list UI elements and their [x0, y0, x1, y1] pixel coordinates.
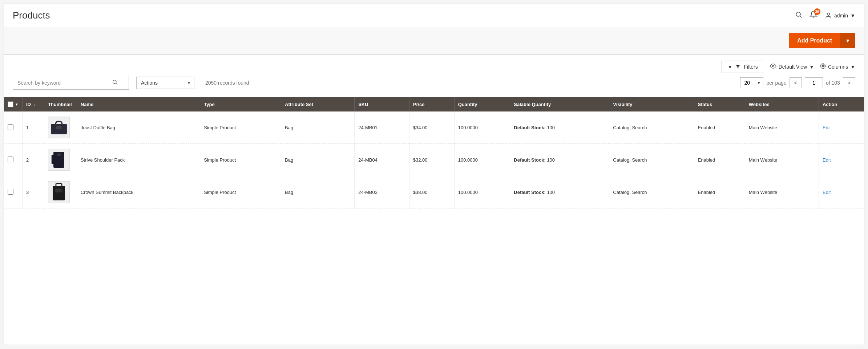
svg-rect-8	[51, 124, 67, 134]
th-salable-quantity: Salable Quantity	[510, 97, 609, 111]
row-checkbox-0[interactable]	[8, 124, 13, 130]
th-quantity: Quantity	[454, 97, 510, 111]
cell-visibility-0: Catalog, Search	[609, 111, 694, 144]
cell-status-1: Enabled	[694, 144, 745, 176]
cell-websites-0: Main Website	[745, 111, 819, 144]
th-attribute-set: Attribute Set	[281, 97, 355, 111]
col-type-label: Type	[204, 102, 214, 107]
svg-point-4	[772, 65, 774, 67]
th-visibility: Visibility	[609, 97, 694, 111]
notification-icon[interactable]: 39	[810, 11, 817, 20]
svg-line-1	[800, 16, 802, 18]
view-dropdown-icon: ▼	[809, 64, 814, 70]
th-id: ID ↓	[22, 97, 44, 111]
pagination-wrapper: 20 50 100 ▼ per page < of 103 >	[740, 77, 855, 88]
id-sort-icon[interactable]: ↓	[34, 102, 36, 107]
prev-page-button[interactable]: <	[790, 77, 802, 88]
th-checkbox: ▼	[4, 97, 22, 111]
col-attribute-set-label: Attribute Set	[285, 102, 313, 107]
col-name-label: Name	[81, 102, 93, 107]
select-all-checkbox[interactable]	[8, 101, 13, 107]
cell-id-1: 2	[22, 144, 44, 176]
funnel-icon	[735, 64, 740, 69]
admin-label: admin	[834, 13, 848, 19]
default-view-select[interactable]: Default View ▼	[770, 63, 814, 71]
add-product-button[interactable]: Add Product	[789, 33, 840, 48]
add-product-dropdown-button[interactable]: ▼	[840, 33, 855, 48]
header-actions: 39 admin ▼	[795, 11, 855, 20]
admin-dropdown-icon: ▼	[850, 13, 855, 19]
edit-link-1[interactable]: Edit	[823, 157, 831, 163]
cell-price-0: $34.00	[409, 111, 454, 144]
next-page-button[interactable]: >	[843, 77, 855, 88]
svg-rect-12	[57, 153, 61, 156]
per-page-label: per page	[766, 80, 786, 86]
col-visibility-label: Visibility	[613, 102, 632, 107]
row-checkbox-2[interactable]	[8, 189, 13, 195]
th-status: Status	[694, 97, 745, 111]
cell-price-2: $38.00	[409, 176, 454, 208]
col-action-label: Action	[823, 102, 837, 107]
cell-thumbnail-1	[44, 144, 77, 176]
cell-salable-quantity-2: Default Stock: 100	[510, 176, 609, 208]
product-thumbnail-2	[48, 181, 70, 203]
col-id-label: ID	[26, 102, 31, 107]
product-table: ▼ ID ↓ Thumbnail Name Type Attribute Se	[4, 97, 864, 208]
svg-marker-3	[736, 65, 740, 69]
search-icon[interactable]	[795, 11, 802, 20]
actions-select-wrapper: Actions ▼	[136, 77, 194, 89]
columns-dropdown-icon: ▼	[850, 64, 855, 70]
cell-salable-quantity-1: Default Stock: 100	[510, 144, 609, 176]
th-websites: Websites	[745, 97, 819, 111]
edit-link-0[interactable]: Edit	[823, 125, 831, 130]
svg-rect-14	[55, 188, 62, 192]
total-pages: of 103	[826, 80, 840, 86]
cell-visibility-2: Catalog, Search	[609, 176, 694, 208]
product-tbody: 1 Joust Duffle Bag Simple Product Bag 24…	[4, 111, 864, 208]
edit-link-2[interactable]: Edit	[823, 190, 831, 195]
add-product-wrapper: Add Product ▼	[789, 33, 855, 48]
columns-select[interactable]: Columns ▼	[820, 63, 855, 70]
notification-badge: 39	[814, 8, 820, 15]
cell-name-2: Crown Summit Backpack	[77, 176, 200, 208]
cell-visibility-1: Catalog, Search	[609, 144, 694, 176]
current-page-input[interactable]	[805, 77, 823, 88]
svg-rect-11	[52, 155, 54, 164]
filter-icon: ▼	[728, 64, 732, 70]
row-checkbox-1[interactable]	[8, 157, 13, 162]
product-thumbnail-0	[48, 117, 70, 138]
admin-user-menu[interactable]: admin ▼	[825, 12, 855, 19]
page-header: Products 39 admin ▼	[4, 4, 864, 27]
filter-bar: ▼ Filters Default View ▼	[4, 55, 864, 76]
svg-point-6	[113, 80, 116, 84]
cell-status-2: Enabled	[694, 176, 745, 208]
cell-name-1: Strive Shoulder Pack	[77, 144, 200, 176]
cell-quantity-1: 100.0000	[454, 144, 510, 176]
default-view-label: Default View	[779, 64, 807, 70]
svg-rect-9	[56, 126, 61, 129]
cell-id-0: 1	[22, 111, 44, 144]
search-submit-icon[interactable]	[112, 79, 118, 86]
cell-action-2: Edit	[819, 176, 864, 208]
cell-attribute-set-2: Bag	[281, 176, 355, 208]
th-action: Action	[819, 97, 864, 111]
search-input[interactable]	[17, 80, 112, 86]
per-page-select[interactable]: 20 50 100	[740, 77, 763, 88]
filters-button[interactable]: ▼ Filters	[722, 61, 764, 73]
col-quantity-label: Quantity	[458, 102, 477, 107]
cell-price-1: $32.00	[409, 144, 454, 176]
columns-label: Columns	[828, 64, 848, 70]
table-header: ▼ ID ↓ Thumbnail Name Type Attribute Se	[4, 97, 864, 111]
svg-point-5	[822, 65, 824, 67]
page-toolbar: Add Product ▼	[4, 27, 864, 54]
col-websites-label: Websites	[749, 102, 770, 107]
cell-checkbox-1	[4, 144, 22, 176]
cell-name-0: Joust Duffle Bag	[77, 111, 200, 144]
th-checkbox-dropdown[interactable]: ▼	[15, 102, 19, 106]
actions-select[interactable]: Actions	[136, 77, 194, 89]
eye-icon	[770, 63, 776, 71]
cell-websites-2: Main Website	[745, 176, 819, 208]
cell-thumbnail-0	[44, 111, 77, 144]
page-title: Products	[13, 10, 50, 21]
svg-line-7	[116, 83, 117, 85]
